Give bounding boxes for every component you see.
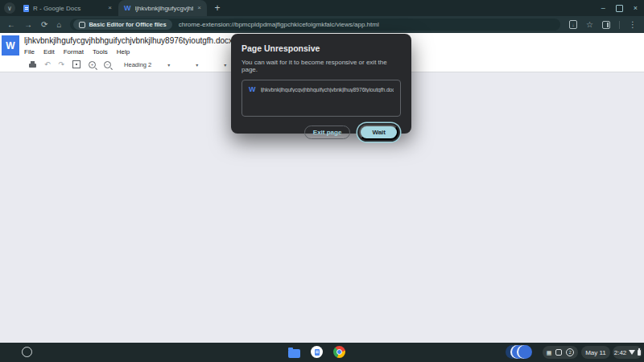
- fit-selection-icon[interactable]: [72, 60, 80, 68]
- zoom-out-icon[interactable]: −: [104, 61, 111, 68]
- tab-title: R - Google Docs: [33, 5, 104, 12]
- menu-file[interactable]: File: [24, 48, 35, 56]
- dialog-title: Page Unresponsive: [242, 43, 401, 53]
- screen: ∨ R - Google Docs × W ljhkvbnkjlhgufycgv…: [0, 0, 644, 362]
- window-controls: – ×: [601, 0, 638, 16]
- wifi-icon: [629, 350, 635, 355]
- extension-chip-label: Basic Editor for Office files: [89, 21, 166, 28]
- status-tray[interactable]: ▦ 2: [543, 346, 578, 359]
- chevron-down-icon: ∨: [7, 5, 12, 12]
- word-app-icon: W: [2, 35, 19, 56]
- tab-google-docs[interactable]: R - Google Docs ×: [18, 0, 118, 16]
- browser-toolbar: ← → ⟳ ⌂ Basic Editor for Office files ch…: [0, 16, 644, 33]
- menu-tools[interactable]: Tools: [93, 48, 108, 56]
- bookmark-star-icon[interactable]: ☆: [586, 21, 593, 29]
- page-unresponsive-dialog: Page Unresponsive You can wait for it to…: [231, 34, 411, 134]
- date-label: May 11: [585, 349, 606, 356]
- tab-search-button[interactable]: ∨: [4, 2, 15, 14]
- url-text: chrome-extension://bpmcpldpdmajfigpchkic…: [179, 21, 379, 28]
- menu-help[interactable]: Help: [117, 48, 130, 56]
- date-pill[interactable]: May 11: [581, 346, 610, 359]
- battery-icon: [638, 350, 641, 356]
- word-favicon-icon: W: [124, 5, 131, 12]
- print-icon[interactable]: [29, 64, 36, 68]
- editor-menubar: File Edit Format Tools Help: [24, 48, 130, 56]
- paragraph-style-dropdown[interactable]: Heading 2 ▾: [124, 61, 170, 68]
- w-letter: W: [6, 40, 14, 51]
- home-button[interactable]: ⌂: [56, 21, 61, 29]
- forward-button[interactable]: →: [24, 21, 32, 29]
- side-panel-icon[interactable]: [602, 21, 610, 29]
- menu-format[interactable]: Format: [64, 48, 84, 56]
- font-family-dropdown[interactable]: ▾: [196, 62, 198, 68]
- wait-button[interactable]: Wait: [359, 125, 398, 140]
- editor-toolbar: ↶ ↷ + − Heading 2 ▾ ▾ ▾ B I: [29, 59, 255, 70]
- unresponsive-file-name: ljhkvbnkjlhgufycgvjhbhguifychjvbnkjlhuy8…: [261, 87, 394, 93]
- tab-office-editor[interactable]: W ljhkvbnkjlhgufycgvjhbhguifych ×: [118, 0, 207, 16]
- chevron-down-icon: ▾: [196, 62, 198, 68]
- paragraph-style-value: Heading 2: [124, 61, 151, 68]
- system-status-area[interactable]: 2:42: [613, 346, 642, 359]
- menu-edit[interactable]: Edit: [43, 48, 55, 56]
- toolbar-divider: [619, 21, 620, 29]
- document-title: ljhkvbnkjlhgufycgvjhbhguifychjvbnkjlhuy8…: [24, 36, 233, 45]
- browser-menu-button[interactable]: ⋮: [629, 21, 637, 29]
- tab-strip: ∨ R - Google Docs × W ljhkvbnkjlhgufycgv…: [0, 0, 644, 16]
- capture-icon: [555, 349, 562, 356]
- download-arrow-icon: ↓: [572, 23, 575, 27]
- word-favicon-icon: W: [249, 86, 256, 93]
- plus-icon: +: [214, 2, 220, 14]
- back-button[interactable]: ←: [7, 21, 15, 29]
- dialog-actions: Exit page Wait: [242, 125, 401, 140]
- redo-icon[interactable]: ↷: [59, 61, 65, 68]
- files-app-icon[interactable]: [288, 349, 300, 358]
- docs-app-icon[interactable]: [311, 346, 323, 358]
- font-size-dropdown[interactable]: ▾: [224, 62, 226, 68]
- exit-page-button[interactable]: Exit page: [304, 125, 351, 139]
- docs-favicon-icon: [23, 5, 29, 12]
- chevron-down-icon: ▾: [167, 62, 170, 68]
- notification-count-badge: 2: [566, 348, 574, 356]
- unresponsive-page-item: W ljhkvbnkjlhgufycgvjhbhguifychjvbnkjlhu…: [242, 80, 401, 117]
- close-icon[interactable]: ×: [108, 5, 112, 11]
- shelf: ▦ 2 May 11 2:42: [0, 343, 644, 362]
- close-icon[interactable]: ×: [197, 5, 201, 11]
- docs-glyph: [315, 349, 320, 356]
- launcher-button[interactable]: [22, 347, 32, 357]
- zoom-in-icon[interactable]: +: [89, 61, 96, 68]
- extension-icon: [79, 22, 85, 28]
- chevron-down-icon: ▾: [224, 62, 226, 68]
- chrome-app-icon[interactable]: [333, 346, 345, 358]
- install-app-icon[interactable]: ↓: [569, 20, 577, 29]
- extension-chip[interactable]: Basic Editor for Office files: [73, 19, 171, 30]
- holding-space-tote[interactable]: [506, 345, 532, 359]
- close-window-button[interactable]: ×: [634, 4, 638, 12]
- new-tab-button[interactable]: +: [211, 2, 224, 14]
- undo-icon[interactable]: ↶: [44, 61, 51, 68]
- keyboard-grid-icon: ▦: [547, 350, 552, 356]
- dialog-message: You can wait for it to become responsive…: [242, 59, 401, 73]
- restore-button[interactable]: [616, 5, 623, 12]
- time-label: 2:42: [614, 349, 627, 356]
- tote-file-thumb: [518, 345, 532, 359]
- shelf-apps: [288, 346, 345, 358]
- address-bar[interactable]: Basic Editor for Office files chrome-ext…: [70, 19, 560, 31]
- reload-button[interactable]: ⟳: [41, 21, 47, 29]
- minimize-button[interactable]: –: [601, 4, 605, 12]
- tab-title: ljhkvbnkjlhgufycgvjhbhguifych: [135, 5, 194, 12]
